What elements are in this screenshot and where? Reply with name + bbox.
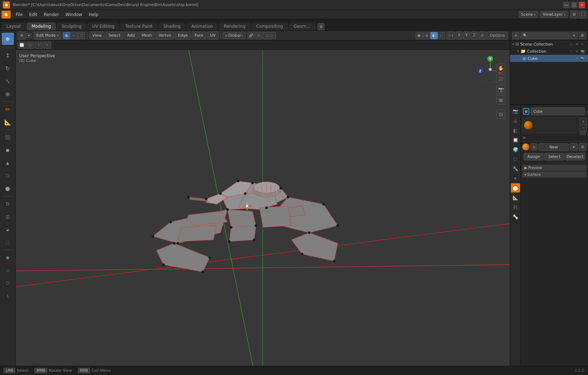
viewlayer-selector[interactable]: ViewLayer ▾ [540,11,568,18]
circle-select-icon[interactable]: ○ [26,42,34,49]
assign-btn[interactable]: Assign [524,153,544,160]
prop-data-icon[interactable]: 📐 [511,193,520,202]
tab-texture-paint[interactable]: Texture Paint [120,22,157,30]
menu-window[interactable]: Window [63,11,85,18]
material-mode-btn[interactable]: ◑ [423,32,430,39]
prop-material-icon[interactable]: ⬤ [511,183,520,192]
tool-add-cone[interactable]: ▲ [2,157,14,169]
close-button[interactable]: × [579,2,585,8]
pivot-btns[interactable]: ○ ○ [263,32,276,39]
proportional-btn[interactable]: ◎ [255,32,262,39]
tool-inset[interactable]: ◫ [2,211,14,223]
tab-animation[interactable]: Animation [186,22,218,30]
face-menu-btn[interactable]: Face [192,32,206,39]
tab-modeling[interactable]: Modeling [27,22,56,30]
local-view-btn[interactable]: ⊡ [496,110,506,119]
tool-box[interactable]: ⬛ [2,131,14,143]
cube-render-icon[interactable]: 📷 [580,56,585,61]
proportional-dropdown[interactable]: ⊙ ▾ [447,32,455,39]
tab-sculpting[interactable]: Sculpting [57,22,86,30]
outliner-editor-btn[interactable]: ≡ [512,32,519,39]
tab-rendering[interactable]: Rendering [219,22,250,30]
tool-bevel[interactable]: ⬙ [2,223,14,236]
edge-menu-btn[interactable]: Edge [175,32,191,39]
tool-annotate[interactable]: ✏ [2,103,14,115]
tool-add-sphere[interactable]: ⬤ [2,183,14,195]
hand-tool-btn[interactable]: ✋ [496,63,506,73]
x-axis-btn[interactable]: X [456,32,463,39]
menu-render[interactable]: Render [41,11,62,18]
zoom-btn[interactable]: 🎥 [496,74,506,83]
maximize-button[interactable]: □ [571,2,577,8]
eye-icon[interactable]: 👁 [574,42,579,47]
y-axis-btn[interactable]: Y [463,32,470,39]
view-menu-btn[interactable]: View [90,32,105,39]
prop-view-icon[interactable]: ◧ [511,126,520,135]
wireframe-mode-btn[interactable]: ○ [438,32,445,39]
prop-scene-icon[interactable]: 🔲 [511,135,520,144]
surface-section[interactable]: ▾ Surface [522,171,587,178]
tool-measure[interactable]: 📐 [2,116,14,128]
scene-dropdown-btn[interactable]: ⚙ [317,23,325,30]
mat-minus-btn[interactable]: − [580,125,587,131]
outliner-sync-btn[interactable]: ⊞ [579,32,586,39]
vertex-menu-btn[interactable]: Vertex [156,32,174,39]
tool-add-cylinder[interactable]: ⬡ [2,170,14,182]
blender-logo[interactable]: ● [1,11,11,19]
prop-bone-icon[interactable]: 🦴 [511,212,520,221]
tool-scale[interactable]: ⤡ [2,75,14,87]
new-material-btn[interactable]: New [539,143,569,151]
outliner-scene-collection[interactable]: ▾ ⊞ Scene Collection ○ 👁 ↖ [510,41,588,48]
mesh-menu-btn[interactable]: Mesh [139,32,155,39]
tool-move[interactable]: ↕ [2,49,14,62]
mat-plus-btn[interactable]: + [580,118,587,125]
lasso-select-icon[interactable]: ⌇ [35,42,43,49]
solid-mode-btn[interactable]: ● [416,32,423,39]
tool-shrink[interactable]: ⬭ [2,264,14,276]
select-visibility-icon[interactable]: ↖ [580,42,585,47]
prop-constraint-icon[interactable]: ⛓ [511,202,520,212]
options-dropdown-btn[interactable]: ⊞ [479,32,486,39]
tab-shading[interactable]: Shading [158,22,186,30]
mat-settings-btn[interactable]: ⚙ [579,143,587,151]
play-btn[interactable]: ▶ [522,135,527,140]
transform-dropdown[interactable]: ⊕ Global ▾ [223,32,246,39]
add-menu-btn[interactable]: Add [124,32,138,39]
menu-edit[interactable]: Edit [26,11,40,18]
prop-object-icon[interactable]: ⬡ [511,154,520,164]
minimize-button[interactable]: — [563,2,570,8]
prop-render-icon[interactable]: 📷 [511,106,520,116]
fullscreen-btn[interactable]: ⛶ [579,11,587,19]
viewport-menu-btn[interactable]: ▾ [26,33,31,38]
outliner-search[interactable]: 🔍 [520,32,570,39]
preview-section[interactable]: ▶ Preview [522,165,587,171]
eye-icon-2[interactable]: 👁 [574,49,579,54]
select-btn[interactable]: Select [544,153,564,160]
editor-type-btn[interactable]: ⊞ [18,32,26,39]
mat-extra-options-btn[interactable]: ▾ [570,143,578,151]
camera-vis-icon[interactable]: 📷 [580,49,585,54]
mat-add-slot-btn[interactable]: + [530,143,538,150]
options-btn[interactable]: Options [487,32,508,39]
menu-file[interactable]: File [13,11,26,18]
uv-menu-btn[interactable]: UV [207,32,219,39]
select-menu-btn[interactable]: Select [106,32,123,39]
menu-help[interactable]: Help [86,11,101,18]
camera-btn[interactable]: 📷 [496,85,506,94]
tool-rotate[interactable]: ↻ [2,62,14,74]
box-select-icon[interactable]: ⬜ [18,42,26,49]
rendered-mode-btn[interactable]: ◐ [431,32,438,39]
tool-add-cube[interactable]: ◼ [2,144,14,156]
mode-dropdown[interactable]: Edit Mode [34,32,61,39]
tool-transform[interactable]: ⊕ [2,88,14,100]
check-icon[interactable]: ✓ [569,49,574,54]
tool-smooth[interactable]: ◉ [2,252,14,264]
tab-geometry[interactable]: Geom... [289,22,315,30]
vertex-icon[interactable]: ● [63,32,70,39]
prop-output-icon[interactable]: 🖨 [511,116,520,125]
z-axis-btn[interactable]: Z [471,32,478,39]
face-icon[interactable]: □ [78,32,85,39]
mat-scroll[interactable]: ⋮ [580,131,586,135]
outliner-filter-btn[interactable]: ▾ [571,32,578,39]
cube-name-input[interactable] [531,107,585,115]
